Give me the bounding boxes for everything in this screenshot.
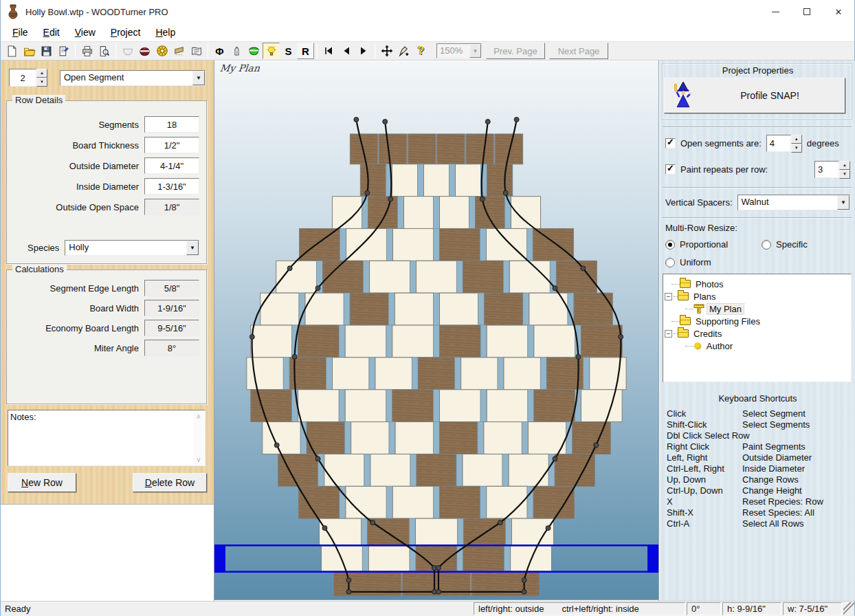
dropdown-arrow-icon[interactable]: ▼ bbox=[837, 195, 850, 210]
save-icon[interactable] bbox=[38, 43, 55, 59]
delete-row-button[interactable]: Delete Row bbox=[133, 473, 207, 492]
nav-first-icon[interactable] bbox=[320, 43, 337, 59]
open-segments-spinner[interactable]: 4▲▼ bbox=[766, 135, 802, 152]
print-preview-icon[interactable] bbox=[96, 43, 113, 59]
species-select[interactable]: Holly ▼ bbox=[65, 240, 199, 256]
phi-ratio-icon[interactable]: Φ bbox=[211, 43, 228, 59]
status-ready: Ready bbox=[5, 604, 31, 614]
vertical-spacers-select[interactable]: Walnut ▼ bbox=[737, 195, 850, 210]
inside-diameter-field[interactable]: 1-3/16" bbox=[144, 178, 199, 195]
resize-grip-icon[interactable] bbox=[843, 602, 854, 615]
menu-edit[interactable]: Edit bbox=[36, 25, 67, 40]
dropdown-arrow-icon[interactable]: ▼ bbox=[186, 241, 199, 255]
shortcut-row: XReset Rpecies: Row bbox=[667, 496, 853, 507]
menu-view[interactable]: View bbox=[67, 25, 103, 40]
segment-type-select[interactable]: Open Segment ▼ bbox=[60, 70, 206, 86]
outside-diameter-field[interactable]: 4-1/4" bbox=[144, 157, 199, 174]
radio-proportional[interactable] bbox=[665, 240, 675, 250]
notes-textarea[interactable]: Notes: ∧∨ bbox=[8, 410, 206, 466]
collapse-icon[interactable]: – bbox=[665, 293, 672, 300]
zoom-level-select[interactable]: 150% ▼ bbox=[436, 43, 482, 58]
tree-item-plans[interactable]: –Plans bbox=[665, 290, 850, 302]
plans-icon[interactable] bbox=[188, 43, 205, 59]
right-panel: Project Properties Profile SNAP! bbox=[660, 60, 855, 601]
shortcut-row: Ctrl-Left, RightInside Diameter bbox=[667, 463, 853, 474]
s-tool-icon[interactable]: S bbox=[280, 43, 297, 59]
new-document-icon[interactable] bbox=[3, 43, 21, 59]
status-angle: 0° bbox=[687, 602, 721, 615]
shortcut-row: Shift-XReset Species: All bbox=[667, 507, 853, 518]
menu-help[interactable]: Help bbox=[148, 25, 183, 40]
print-icon[interactable] bbox=[78, 43, 96, 59]
board-icon[interactable] bbox=[170, 43, 188, 59]
radio-specific[interactable] bbox=[762, 240, 771, 250]
tree-item-author[interactable]: ✹Author bbox=[665, 340, 850, 352]
spin-up-icon[interactable]: ▲ bbox=[791, 135, 802, 144]
collapse-icon[interactable]: – bbox=[665, 330, 672, 338]
draw-profile-icon[interactable] bbox=[395, 43, 412, 59]
prev-page-button[interactable]: Prev. Page bbox=[486, 43, 545, 59]
ruler-icon bbox=[693, 304, 704, 314]
paint-repeats-checkbox[interactable] bbox=[665, 164, 676, 175]
shortcut-row: Dbl Click Select Row bbox=[667, 430, 853, 441]
close-button[interactable]: ✕ bbox=[823, 0, 854, 23]
row-number-spinner[interactable]: 2 bbox=[9, 69, 36, 87]
open-segments-checkbox[interactable] bbox=[665, 138, 676, 148]
vase-drawing[interactable] bbox=[214, 60, 658, 601]
pan-icon[interactable] bbox=[378, 43, 395, 59]
minimize-button[interactable] bbox=[759, 0, 791, 23]
folder-icon bbox=[678, 329, 689, 338]
nav-next-icon[interactable] bbox=[355, 43, 372, 59]
spin-down-icon[interactable]: ▼ bbox=[36, 78, 47, 87]
window-title: Holly Bowl.wtp - WOODTurner PRO bbox=[25, 7, 168, 17]
outside-open-space-field: 1/8" bbox=[144, 199, 199, 215]
radio-uniform[interactable] bbox=[665, 258, 675, 267]
shortcut-row: Ctrl-Up, DownChange Height bbox=[667, 485, 853, 496]
spin-up-icon[interactable]: ▲ bbox=[839, 161, 850, 170]
app-vase-icon bbox=[6, 4, 20, 19]
open-file-icon[interactable] bbox=[21, 43, 38, 59]
help-icon[interactable]: ? bbox=[412, 43, 430, 59]
maximize-button[interactable] bbox=[791, 0, 823, 23]
notes-scrollbar[interactable]: ∧∨ bbox=[193, 411, 204, 465]
spin-down-icon[interactable]: ▼ bbox=[791, 144, 802, 153]
sun-icon: ✹ bbox=[693, 340, 702, 351]
toolbar: Φ S R ? 150% ▼ Prev. Page Next Page bbox=[1, 41, 854, 60]
dropdown-arrow-icon[interactable]: ▼ bbox=[192, 71, 205, 85]
glue-icon[interactable] bbox=[228, 43, 245, 59]
r-tool-icon[interactable]: R bbox=[297, 43, 314, 59]
bowl-outline-icon[interactable] bbox=[119, 43, 136, 59]
properties-icon[interactable] bbox=[55, 43, 72, 59]
tree-item-credits[interactable]: –Credits bbox=[665, 327, 850, 340]
tree-item-my-plan[interactable]: My Plan bbox=[665, 302, 850, 315]
row-number-spin-buttons[interactable]: ▲▼ bbox=[36, 69, 47, 87]
paint-repeats-spinner[interactable]: 3▲▼ bbox=[814, 161, 850, 178]
tree-item-photos[interactable]: Photos bbox=[665, 278, 850, 290]
folder-icon bbox=[680, 280, 691, 288]
new-row-button[interactable]: New Row bbox=[8, 473, 76, 492]
next-page-button[interactable]: Next Page bbox=[549, 43, 608, 59]
status-hints: left/right: outsidectrl+left/right: insi… bbox=[474, 602, 685, 615]
spin-down-icon[interactable]: ▼ bbox=[839, 170, 850, 179]
tree-item-supporting-files[interactable]: Supporting Files bbox=[665, 315, 850, 327]
plan-canvas[interactable]: My Plan bbox=[214, 60, 659, 601]
nav-prev-icon[interactable] bbox=[337, 43, 355, 59]
open-bowl-icon[interactable] bbox=[245, 43, 263, 59]
zoom-dropdown-arrow-icon[interactable]: ▼ bbox=[469, 44, 481, 58]
profile-snap-button[interactable]: Profile SNAP! bbox=[664, 78, 845, 113]
row-details-group: Row Details Segments18 Board Thickness1/… bbox=[6, 100, 207, 264]
segment-edge-length-field: 5/8" bbox=[144, 280, 199, 296]
segment-wheel-icon[interactable] bbox=[153, 43, 170, 59]
menu-project[interactable]: Project bbox=[103, 25, 148, 40]
menu-file[interactable]: File bbox=[5, 25, 36, 40]
scroll-down-icon[interactable]: ∨ bbox=[196, 456, 201, 463]
closed-bowl-icon[interactable] bbox=[136, 43, 153, 59]
status-bar: Ready left/right: outsidectrl+left/right… bbox=[1, 601, 854, 616]
spin-up-icon[interactable]: ▲ bbox=[36, 69, 47, 78]
board-thickness-field[interactable]: 1/2" bbox=[144, 137, 199, 153]
plan-title: My Plan bbox=[219, 63, 260, 74]
scroll-up-icon[interactable]: ∧ bbox=[196, 412, 201, 420]
left-panel: 2 ▲▼ Open Segment ▼ Row Details Segments… bbox=[1, 60, 214, 601]
lightbulb-icon[interactable] bbox=[263, 43, 280, 59]
segments-field[interactable]: 18 bbox=[144, 116, 199, 133]
